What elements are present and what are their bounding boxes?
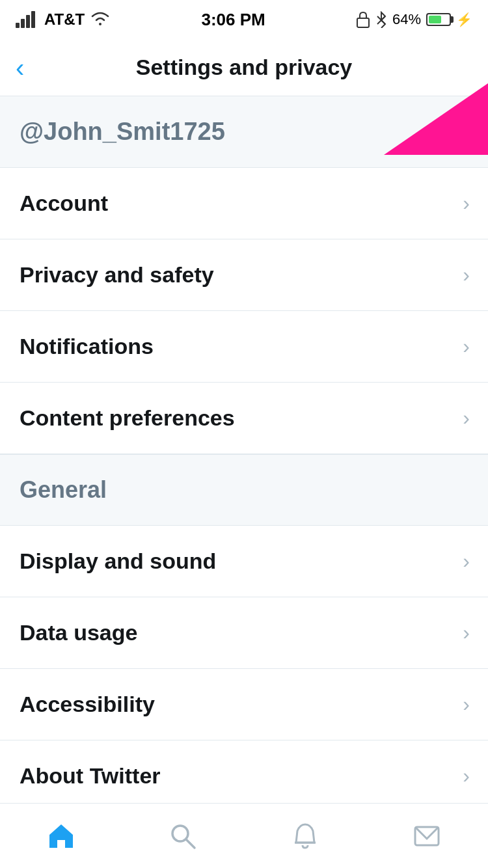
general-settings-list: Display and sound › Data usage › Accessi… bbox=[0, 526, 488, 812]
chevron-icon: › bbox=[463, 406, 470, 430]
settings-item-display[interactable]: Display and sound › bbox=[0, 526, 488, 597]
tab-notifications[interactable] bbox=[273, 804, 338, 869]
section-header-general: General bbox=[0, 454, 488, 526]
svg-rect-4 bbox=[357, 18, 369, 27]
svg-rect-2 bbox=[26, 15, 30, 28]
account-username: @John_Smit1725 bbox=[20, 118, 225, 146]
settings-item-content[interactable]: Content preferences › bbox=[0, 383, 488, 454]
status-right: 64% ⚡ bbox=[356, 11, 472, 28]
status-left: AT&T bbox=[16, 10, 111, 29]
chevron-icon: › bbox=[463, 621, 470, 645]
chevron-icon: › bbox=[463, 692, 470, 716]
settings-list: Account › Privacy and safety › Notificat… bbox=[0, 168, 488, 454]
back-button[interactable]: ‹ bbox=[16, 55, 24, 81]
mail-icon bbox=[413, 822, 441, 850]
account-chevron-icon: › bbox=[463, 120, 470, 144]
section-header-label: General bbox=[20, 476, 107, 504]
nav-header: ‹ Settings and privacy bbox=[0, 39, 488, 96]
lock-icon bbox=[356, 11, 370, 28]
bluetooth-icon bbox=[375, 11, 387, 28]
settings-item-accessibility[interactable]: Accessibility › bbox=[0, 669, 488, 740]
settings-item-about[interactable]: About Twitter › bbox=[0, 740, 488, 812]
tab-search[interactable] bbox=[150, 804, 215, 869]
status-time: 3:06 PM bbox=[201, 10, 265, 30]
tab-home[interactable] bbox=[29, 804, 94, 869]
settings-item-account[interactable]: Account › bbox=[0, 168, 488, 239]
chevron-icon: › bbox=[463, 191, 470, 215]
chevron-icon: › bbox=[463, 334, 470, 359]
charging-icon: ⚡ bbox=[456, 12, 472, 27]
account-row[interactable]: @John_Smit1725 › bbox=[0, 96, 488, 168]
svg-rect-0 bbox=[16, 23, 20, 28]
chevron-icon: › bbox=[463, 549, 470, 573]
battery-icon bbox=[426, 13, 451, 26]
settings-item-notifications[interactable]: Notifications › bbox=[0, 311, 488, 383]
svg-line-9 bbox=[186, 839, 195, 848]
carrier-label: AT&T bbox=[44, 10, 85, 29]
bell-icon bbox=[291, 822, 319, 850]
settings-item-privacy[interactable]: Privacy and safety › bbox=[0, 239, 488, 311]
tab-messages[interactable] bbox=[394, 804, 459, 869]
svg-rect-3 bbox=[31, 11, 35, 28]
chevron-icon: › bbox=[463, 764, 470, 788]
status-bar: AT&T 3:06 PM 64% bbox=[0, 0, 488, 39]
page-title: Settings and privacy bbox=[136, 55, 353, 80]
svg-rect-1 bbox=[21, 19, 25, 28]
chevron-icon: › bbox=[463, 263, 470, 287]
tab-bar bbox=[0, 803, 488, 868]
page-wrapper: AT&T 3:06 PM 64% bbox=[0, 0, 488, 868]
home-icon bbox=[47, 822, 75, 850]
wifi-icon bbox=[90, 11, 111, 28]
signal-icon bbox=[16, 11, 39, 28]
search-icon bbox=[169, 822, 197, 850]
battery-percent: 64% bbox=[392, 11, 421, 28]
settings-item-data[interactable]: Data usage › bbox=[0, 597, 488, 669]
